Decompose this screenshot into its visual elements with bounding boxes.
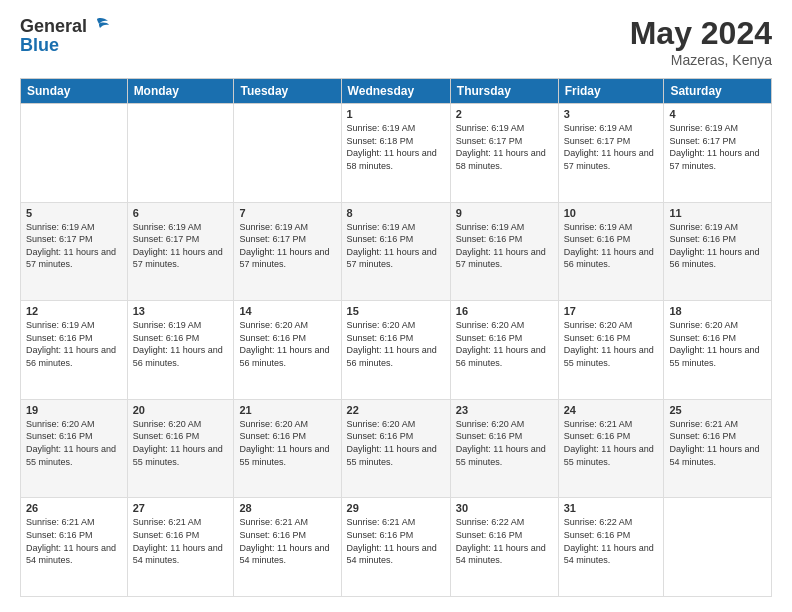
- day-info: Sunrise: 6:20 AMSunset: 6:16 PMDaylight:…: [456, 319, 553, 369]
- table-row: 13Sunrise: 6:19 AMSunset: 6:16 PMDayligh…: [127, 301, 234, 400]
- table-row: 21Sunrise: 6:20 AMSunset: 6:16 PMDayligh…: [234, 399, 341, 498]
- logo-general-text: General: [20, 16, 87, 37]
- day-number: 3: [564, 108, 659, 120]
- day-info: Sunrise: 6:21 AMSunset: 6:16 PMDaylight:…: [669, 418, 766, 468]
- day-info: Sunrise: 6:19 AMSunset: 6:17 PMDaylight:…: [564, 122, 659, 172]
- table-row: [664, 498, 772, 597]
- location-title: Mazeras, Kenya: [630, 52, 772, 68]
- day-number: 5: [26, 207, 122, 219]
- table-row: 12Sunrise: 6:19 AMSunset: 6:16 PMDayligh…: [21, 301, 128, 400]
- day-number: 14: [239, 305, 335, 317]
- day-info: Sunrise: 6:20 AMSunset: 6:16 PMDaylight:…: [239, 418, 335, 468]
- table-row: 1Sunrise: 6:19 AMSunset: 6:18 PMDaylight…: [341, 104, 450, 203]
- table-row: 30Sunrise: 6:22 AMSunset: 6:16 PMDayligh…: [450, 498, 558, 597]
- day-number: 29: [347, 502, 445, 514]
- table-row: 2Sunrise: 6:19 AMSunset: 6:17 PMDaylight…: [450, 104, 558, 203]
- calendar-table: Sunday Monday Tuesday Wednesday Thursday…: [20, 78, 772, 597]
- header-tuesday: Tuesday: [234, 79, 341, 104]
- day-info: Sunrise: 6:19 AMSunset: 6:17 PMDaylight:…: [133, 221, 229, 271]
- calendar-week-row: 26Sunrise: 6:21 AMSunset: 6:16 PMDayligh…: [21, 498, 772, 597]
- logo-blue-text: Blue: [20, 35, 111, 56]
- table-row: 15Sunrise: 6:20 AMSunset: 6:16 PMDayligh…: [341, 301, 450, 400]
- day-number: 8: [347, 207, 445, 219]
- table-row: 9Sunrise: 6:19 AMSunset: 6:16 PMDaylight…: [450, 202, 558, 301]
- day-info: Sunrise: 6:20 AMSunset: 6:16 PMDaylight:…: [564, 319, 659, 369]
- table-row: 23Sunrise: 6:20 AMSunset: 6:16 PMDayligh…: [450, 399, 558, 498]
- day-number: 22: [347, 404, 445, 416]
- table-row: 31Sunrise: 6:22 AMSunset: 6:16 PMDayligh…: [558, 498, 664, 597]
- header-thursday: Thursday: [450, 79, 558, 104]
- page: General Blue May 2024 Mazeras, Kenya Sun…: [0, 0, 792, 612]
- day-number: 31: [564, 502, 659, 514]
- day-info: Sunrise: 6:21 AMSunset: 6:16 PMDaylight:…: [239, 516, 335, 566]
- table-row: 18Sunrise: 6:20 AMSunset: 6:16 PMDayligh…: [664, 301, 772, 400]
- day-info: Sunrise: 6:19 AMSunset: 6:17 PMDaylight:…: [669, 122, 766, 172]
- calendar-week-row: 12Sunrise: 6:19 AMSunset: 6:16 PMDayligh…: [21, 301, 772, 400]
- table-row: [234, 104, 341, 203]
- table-row: 14Sunrise: 6:20 AMSunset: 6:16 PMDayligh…: [234, 301, 341, 400]
- day-number: 2: [456, 108, 553, 120]
- table-row: 3Sunrise: 6:19 AMSunset: 6:17 PMDaylight…: [558, 104, 664, 203]
- table-row: 6Sunrise: 6:19 AMSunset: 6:17 PMDaylight…: [127, 202, 234, 301]
- day-number: 27: [133, 502, 229, 514]
- table-row: 17Sunrise: 6:20 AMSunset: 6:16 PMDayligh…: [558, 301, 664, 400]
- day-number: 15: [347, 305, 445, 317]
- table-row: 27Sunrise: 6:21 AMSunset: 6:16 PMDayligh…: [127, 498, 234, 597]
- day-number: 23: [456, 404, 553, 416]
- day-number: 18: [669, 305, 766, 317]
- day-info: Sunrise: 6:19 AMSunset: 6:17 PMDaylight:…: [239, 221, 335, 271]
- day-info: Sunrise: 6:19 AMSunset: 6:16 PMDaylight:…: [456, 221, 553, 271]
- day-number: 24: [564, 404, 659, 416]
- day-info: Sunrise: 6:19 AMSunset: 6:16 PMDaylight:…: [26, 319, 122, 369]
- header-monday: Monday: [127, 79, 234, 104]
- day-info: Sunrise: 6:22 AMSunset: 6:16 PMDaylight:…: [564, 516, 659, 566]
- calendar-week-row: 1Sunrise: 6:19 AMSunset: 6:18 PMDaylight…: [21, 104, 772, 203]
- table-row: [127, 104, 234, 203]
- day-number: 21: [239, 404, 335, 416]
- day-info: Sunrise: 6:20 AMSunset: 6:16 PMDaylight:…: [239, 319, 335, 369]
- day-number: 26: [26, 502, 122, 514]
- day-number: 10: [564, 207, 659, 219]
- day-number: 4: [669, 108, 766, 120]
- day-info: Sunrise: 6:19 AMSunset: 6:17 PMDaylight:…: [456, 122, 553, 172]
- table-row: 25Sunrise: 6:21 AMSunset: 6:16 PMDayligh…: [664, 399, 772, 498]
- table-row: 22Sunrise: 6:20 AMSunset: 6:16 PMDayligh…: [341, 399, 450, 498]
- day-info: Sunrise: 6:21 AMSunset: 6:16 PMDaylight:…: [133, 516, 229, 566]
- day-number: 16: [456, 305, 553, 317]
- day-number: 19: [26, 404, 122, 416]
- day-number: 9: [456, 207, 553, 219]
- day-info: Sunrise: 6:19 AMSunset: 6:16 PMDaylight:…: [347, 221, 445, 271]
- table-row: 26Sunrise: 6:21 AMSunset: 6:16 PMDayligh…: [21, 498, 128, 597]
- table-row: 5Sunrise: 6:19 AMSunset: 6:17 PMDaylight…: [21, 202, 128, 301]
- day-info: Sunrise: 6:20 AMSunset: 6:16 PMDaylight:…: [456, 418, 553, 468]
- header: General Blue May 2024 Mazeras, Kenya: [20, 15, 772, 68]
- day-info: Sunrise: 6:19 AMSunset: 6:16 PMDaylight:…: [564, 221, 659, 271]
- table-row: 10Sunrise: 6:19 AMSunset: 6:16 PMDayligh…: [558, 202, 664, 301]
- title-block: May 2024 Mazeras, Kenya: [630, 15, 772, 68]
- day-number: 30: [456, 502, 553, 514]
- day-info: Sunrise: 6:21 AMSunset: 6:16 PMDaylight:…: [347, 516, 445, 566]
- weekday-header-row: Sunday Monday Tuesday Wednesday Thursday…: [21, 79, 772, 104]
- day-info: Sunrise: 6:19 AMSunset: 6:16 PMDaylight:…: [133, 319, 229, 369]
- day-info: Sunrise: 6:21 AMSunset: 6:16 PMDaylight:…: [564, 418, 659, 468]
- day-info: Sunrise: 6:20 AMSunset: 6:16 PMDaylight:…: [133, 418, 229, 468]
- day-number: 7: [239, 207, 335, 219]
- header-sunday: Sunday: [21, 79, 128, 104]
- day-info: Sunrise: 6:22 AMSunset: 6:16 PMDaylight:…: [456, 516, 553, 566]
- header-wednesday: Wednesday: [341, 79, 450, 104]
- day-number: 20: [133, 404, 229, 416]
- day-number: 13: [133, 305, 229, 317]
- day-info: Sunrise: 6:19 AMSunset: 6:16 PMDaylight:…: [669, 221, 766, 271]
- table-row: 8Sunrise: 6:19 AMSunset: 6:16 PMDaylight…: [341, 202, 450, 301]
- day-info: Sunrise: 6:20 AMSunset: 6:16 PMDaylight:…: [669, 319, 766, 369]
- day-number: 11: [669, 207, 766, 219]
- day-number: 1: [347, 108, 445, 120]
- day-number: 28: [239, 502, 335, 514]
- day-info: Sunrise: 6:20 AMSunset: 6:16 PMDaylight:…: [347, 319, 445, 369]
- calendar-week-row: 5Sunrise: 6:19 AMSunset: 6:17 PMDaylight…: [21, 202, 772, 301]
- day-info: Sunrise: 6:21 AMSunset: 6:16 PMDaylight:…: [26, 516, 122, 566]
- month-title: May 2024: [630, 15, 772, 52]
- logo: General Blue: [20, 15, 111, 56]
- day-info: Sunrise: 6:19 AMSunset: 6:17 PMDaylight:…: [26, 221, 122, 271]
- table-row: [21, 104, 128, 203]
